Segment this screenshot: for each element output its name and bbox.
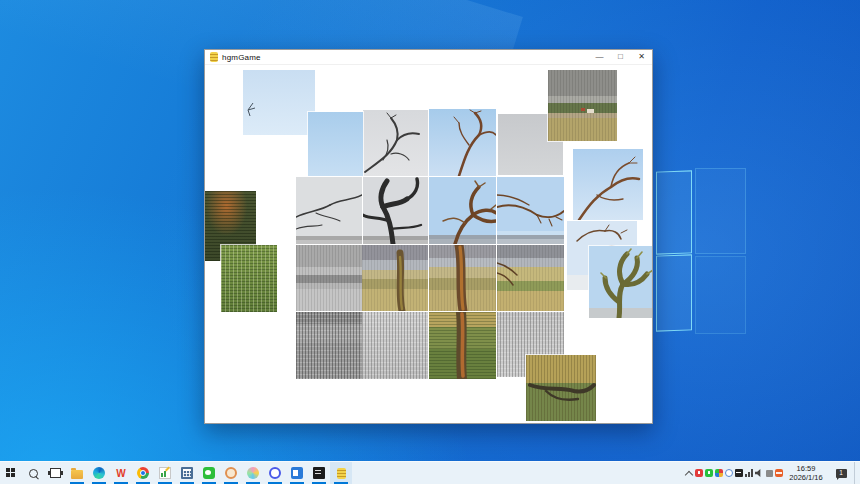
taskbar-item-edge[interactable] (88, 462, 110, 484)
puzzle-piece-gray-branches[interactable] (363, 110, 428, 176)
puzzle-piece-green-crops[interactable] (221, 245, 277, 312)
chrome-icon (137, 467, 149, 479)
logo-pane-bottom-left (656, 254, 692, 331)
puzzle-piece-main-tree-crown[interactable] (429, 177, 496, 244)
puzzle-piece-big-trunk[interactable] (429, 245, 496, 311)
chart-icon (159, 467, 171, 479)
puzzle-piece-sky-branches[interactable] (573, 149, 643, 220)
system-tray: 16:59 2026/1/16 1 (684, 462, 860, 484)
volume-icon (755, 469, 764, 478)
taskbar-item-chrome[interactable] (132, 462, 154, 484)
input-method-icon (735, 469, 743, 477)
chevron-up-icon (685, 470, 693, 478)
taskbar-left: W (0, 462, 352, 484)
search-icon (29, 469, 38, 478)
notification-center-button[interactable]: 1 (828, 462, 854, 484)
design-app-icon (247, 467, 259, 479)
task-view-button[interactable] (44, 462, 66, 484)
search-button[interactable] (22, 462, 44, 484)
network-icon (745, 469, 754, 477)
taskbar-item-wechat[interactable] (198, 462, 220, 484)
tray-app-circle[interactable] (724, 462, 734, 484)
desktop: hgmGame — □ ✕ (0, 0, 860, 484)
puzzle-piece-village-trunk[interactable] (362, 245, 428, 311)
calculator-icon (181, 467, 193, 479)
puzzle-piece-rising-branch[interactable] (429, 109, 496, 176)
puzzle-piece-pale-sky[interactable] (243, 70, 315, 135)
taskbar-clock[interactable]: 16:59 2026/1/16 (784, 464, 828, 482)
taskbar-item-spreadsheet[interactable] (154, 462, 176, 484)
logo-pane-top-left (656, 170, 692, 254)
app-icon (210, 52, 218, 62)
tray-wechat[interactable] (704, 462, 714, 484)
tray-network[interactable] (744, 462, 754, 484)
puzzle-piece-blue-sky[interactable] (308, 112, 363, 176)
hidden-icons-button[interactable] (684, 462, 694, 484)
taskbar-item-photos[interactable] (286, 462, 308, 484)
puzzle-piece-gray-village[interactable] (296, 245, 362, 311)
puzzle-piece-light-scrub[interactable] (362, 312, 428, 379)
taskbar-item-wps[interactable]: W (110, 462, 132, 484)
tray-app-multicolor[interactable] (714, 462, 724, 484)
wechat-tray-icon (705, 469, 713, 477)
puzzle-piece-village-landscape[interactable] (548, 70, 617, 141)
window-titlebar[interactable]: hgmGame — □ ✕ (205, 50, 652, 65)
logo-pane-top-right (695, 168, 746, 254)
maximize-button[interactable]: □ (610, 50, 631, 64)
puzzle-piece-fields-branch-tips[interactable] (497, 245, 564, 311)
tray-input-method[interactable] (734, 462, 744, 484)
minimize-button[interactable]: — (589, 50, 610, 64)
taskbar: W 16:59 2026/1/16 (0, 461, 860, 484)
puzzle-piece-trunk-base[interactable] (429, 312, 496, 379)
app-window: hgmGame — □ ✕ (204, 49, 653, 424)
notification-badge: 1 (839, 470, 843, 477)
clock-date: 2026/1/16 (784, 473, 828, 482)
taskbar-item-calculator[interactable] (176, 462, 198, 484)
folder-icon (71, 470, 83, 479)
taskbar-item-clock-app[interactable] (220, 462, 242, 484)
tray-usb[interactable] (764, 462, 774, 484)
usb-icon (766, 470, 773, 477)
red-app-icon (695, 469, 703, 477)
tray-security[interactable] (774, 462, 784, 484)
multicolor-app-icon (715, 469, 723, 477)
game-icon (337, 468, 346, 479)
browser-circle-icon (269, 467, 281, 479)
close-button[interactable]: ✕ (631, 50, 652, 64)
taskbar-item-terminal[interactable] (308, 462, 330, 484)
taskbar-item-design-app[interactable] (242, 462, 264, 484)
notification-icon: 1 (836, 469, 847, 478)
puzzle-piece-dark-trunk-gray[interactable] (363, 177, 428, 244)
puzzle-piece-thin-gray-branches[interactable] (296, 177, 362, 244)
windows-flag-icon (6, 468, 16, 478)
taskbar-item-hgm-game[interactable] (330, 462, 352, 484)
taskbar-item-file-explorer[interactable] (66, 462, 88, 484)
edge-icon (93, 467, 105, 479)
task-view-icon (50, 468, 61, 478)
puzzle-piece-sweeping-branches[interactable] (497, 177, 564, 244)
window-title: hgmGame (222, 53, 261, 62)
circle-app-icon (725, 469, 733, 477)
puzzle-piece-dark-scrub[interactable] (296, 312, 362, 379)
photos-icon (291, 467, 303, 479)
terminal-icon (313, 467, 325, 479)
window-controls: — □ ✕ (589, 50, 652, 64)
tray-volume[interactable] (754, 462, 764, 484)
tray-app-red[interactable] (694, 462, 704, 484)
wps-icon: W (115, 467, 127, 479)
puzzle-piece-grass-branch[interactable] (526, 355, 596, 421)
wechat-icon (203, 467, 215, 479)
security-app-icon (775, 469, 783, 477)
start-button[interactable] (0, 462, 22, 484)
clock-time: 16:59 (784, 464, 828, 473)
puzzle-board (205, 65, 652, 423)
puzzle-piece-mossy-trunk[interactable] (589, 246, 652, 318)
logo-pane-bottom-right (695, 256, 746, 334)
taskbar-item-browser-circle[interactable] (264, 462, 286, 484)
show-desktop-button[interactable] (854, 462, 860, 484)
clock-app-icon (225, 467, 237, 479)
